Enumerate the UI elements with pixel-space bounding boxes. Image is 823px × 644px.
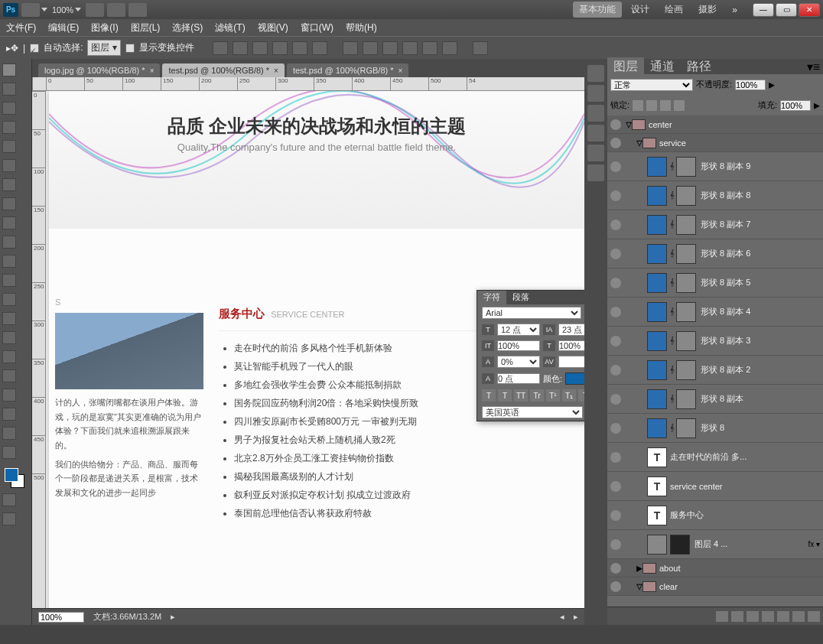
lock-all-icon[interactable]: [674, 100, 685, 111]
layer-row[interactable]: 𝄞形状 8 副本 3: [607, 327, 823, 356]
visibility-icon[interactable]: [610, 220, 621, 230]
layer-group[interactable]: ▸about: [607, 559, 823, 577]
menu-window[interactable]: 窗口(W): [301, 21, 333, 34]
ruler-vertical[interactable]: 050100150200250300350400450500: [32, 91, 46, 608]
align-icon[interactable]: [252, 41, 268, 55]
zoom-input[interactable]: [38, 612, 84, 623]
language-select[interactable]: 美国英语: [482, 406, 583, 418]
zoom-tool[interactable]: [2, 446, 16, 459]
layer-row[interactable]: 𝄞形状 8 副本 8: [607, 181, 823, 210]
blur-tool[interactable]: [2, 293, 16, 306]
doc-tab[interactable]: test.psd @ 100%(RGB/8) *×: [287, 63, 408, 77]
visibility-icon[interactable]: [610, 481, 621, 492]
layer-row[interactable]: 𝄞形状 8 副本 5: [607, 268, 823, 298]
menu-edit[interactable]: 编辑(E): [48, 21, 79, 34]
adjustment-layer-icon[interactable]: [762, 611, 774, 622]
visibility-icon[interactable]: [610, 539, 621, 550]
view-extras-button[interactable]: [86, 3, 104, 17]
opacity-flyout-icon[interactable]: ▸: [769, 77, 775, 92]
layer-group[interactable]: ▿clear: [607, 577, 823, 596]
screenmode-tool[interactable]: [2, 512, 16, 525]
layer-row[interactable]: 𝄞形状 8: [607, 414, 823, 443]
type-tool[interactable]: [2, 350, 16, 363]
subscript-button[interactable]: T₁: [562, 389, 576, 402]
close-tab-icon[interactable]: ×: [398, 67, 403, 75]
styles-panel-icon[interactable]: [587, 125, 604, 141]
workspace-photo[interactable]: 摄影: [692, 2, 723, 18]
visibility-icon[interactable]: [610, 307, 621, 317]
char-tab[interactable]: 字符: [477, 291, 506, 304]
workspace-basic[interactable]: 基本功能: [573, 2, 622, 18]
layer-name[interactable]: 形状 8 副本 7: [701, 219, 820, 230]
quickmask-tool[interactable]: [2, 493, 16, 506]
layer-row[interactable]: 图层 4 ...fx ▾: [607, 530, 823, 559]
visibility-icon[interactable]: [610, 119, 621, 130]
underline-button[interactable]: T: [578, 389, 584, 402]
hscale-input[interactable]: [558, 340, 584, 351]
layer-name[interactable]: 图层 4 ...: [695, 538, 805, 550]
gradient-tool[interactable]: [2, 274, 16, 287]
layer-group[interactable]: ▿center: [607, 115, 823, 134]
menu-image[interactable]: 图像(I): [91, 21, 118, 34]
brush-tool[interactable]: [2, 197, 16, 210]
scroll-left-icon[interactable]: ◂: [560, 612, 564, 622]
visibility-icon[interactable]: [610, 563, 621, 574]
heal-tool[interactable]: [2, 178, 16, 191]
character-panel[interactable]: 字符 段落 ▸▸ ▾≡ Arial Regular T 12 点 IA 23 点: [477, 290, 584, 421]
layer-name[interactable]: service center: [670, 482, 820, 491]
minimize-button[interactable]: —: [753, 3, 774, 17]
distribute-icon[interactable]: [402, 41, 418, 55]
showtransform-checkbox[interactable]: [125, 44, 135, 53]
eyedropper-tool[interactable]: [2, 159, 16, 172]
blend-mode-select[interactable]: 正常: [610, 79, 693, 91]
menu-layer[interactable]: 图层(L): [131, 21, 161, 34]
visibility-icon[interactable]: [610, 394, 621, 405]
layer-row[interactable]: 𝄞形状 8 副本 6: [607, 239, 823, 268]
lock-pixels-icon[interactable]: [646, 100, 657, 111]
panel-menu-icon[interactable]: ▾≡: [804, 60, 823, 74]
layer-row[interactable]: 𝄞形状 8 副本 4: [607, 298, 823, 327]
workspace-design[interactable]: 设计: [625, 2, 655, 18]
font-family-select[interactable]: Arial: [482, 307, 581, 319]
layer-row[interactable]: Tservice center: [607, 472, 823, 501]
menu-view[interactable]: 视图(V): [258, 21, 288, 34]
distribute-icon[interactable]: [422, 41, 438, 55]
canvas[interactable]: 品质 企业未来的决战场和永恒的主题 Quality,The company's …: [46, 91, 584, 608]
opacity-input[interactable]: [735, 80, 766, 90]
distribute-icon[interactable]: [382, 41, 398, 55]
visibility-icon[interactable]: [610, 365, 621, 376]
layer-name[interactable]: 走在时代的前沿 多...: [670, 451, 820, 463]
3d-tool[interactable]: [2, 408, 16, 421]
leading-select[interactable]: 23 点: [558, 324, 584, 336]
paragraph-panel-icon[interactable]: [587, 164, 604, 181]
scroll-right-icon[interactable]: ▸: [574, 612, 578, 622]
menu-help[interactable]: 帮助(H): [346, 21, 377, 34]
move-tool[interactable]: [2, 63, 16, 76]
layer-name[interactable]: 服务中心: [670, 509, 820, 521]
history-panel-icon[interactable]: [587, 65, 604, 82]
character-panel-icon[interactable]: [587, 145, 604, 161]
history-brush-tool[interactable]: [2, 236, 16, 249]
align-icon[interactable]: [233, 41, 248, 55]
distribute-icon[interactable]: [343, 41, 358, 55]
superscript-button[interactable]: T¹: [546, 389, 560, 402]
visibility-icon[interactable]: [610, 423, 621, 434]
smallcaps-button[interactable]: Tr: [530, 389, 544, 402]
bridge-button[interactable]: [21, 3, 40, 17]
layer-row[interactable]: T走在时代的前沿 多...: [607, 443, 823, 472]
fill-flyout-icon[interactable]: ▸: [814, 98, 820, 112]
path-tool[interactable]: [2, 369, 16, 382]
allcaps-button[interactable]: TT: [514, 389, 528, 402]
doc-tab[interactable]: logo.jpg @ 100%(RGB/8) *×: [38, 63, 160, 77]
tracking-select[interactable]: 0%: [497, 356, 540, 368]
channels-tab[interactable]: 通道: [644, 57, 681, 76]
visibility-icon[interactable]: [610, 336, 621, 346]
shape-tool[interactable]: [2, 389, 16, 402]
baseline-input[interactable]: [497, 373, 540, 384]
close-tab-icon[interactable]: ×: [150, 67, 155, 75]
pen-tool[interactable]: [2, 331, 16, 344]
layer-name[interactable]: 形状 8 副本 8: [701, 190, 820, 201]
workspace-paint[interactable]: 绘画: [659, 2, 689, 18]
layer-name[interactable]: 形状 8: [701, 422, 820, 434]
lock-transparency-icon[interactable]: [633, 100, 643, 111]
